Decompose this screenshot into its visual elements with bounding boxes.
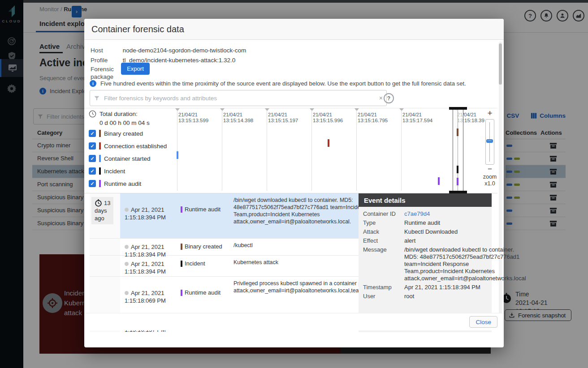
event-type-marker bbox=[181, 290, 182, 296]
event-date: Apr 21, 2021 bbox=[131, 261, 164, 267]
ago-unit: days bbox=[95, 207, 107, 214]
timeline-event-marker[interactable] bbox=[177, 151, 178, 159]
tick-time: 13:15:15.197 bbox=[268, 118, 298, 123]
info-icon: i bbox=[90, 80, 96, 87]
timeline-event-marker[interactable] bbox=[457, 128, 458, 136]
event-datetime-cell: Apr 21, 2021 1:15:18:394 PM bbox=[120, 256, 181, 276]
detail-row: Timestamp Apr 21, 2021 1:15:18:394 PM bbox=[363, 284, 487, 291]
zoom-in-button[interactable]: + bbox=[482, 109, 497, 117]
tick-triangle-icon bbox=[265, 108, 269, 111]
legend-item: ✓ Runtime audit bbox=[89, 180, 169, 187]
event-type-cell: Runtime audit bbox=[181, 193, 231, 238]
checkbox-checked[interactable]: ✓ bbox=[89, 180, 96, 187]
ago-number: 13 bbox=[104, 199, 110, 207]
timeline-event-marker[interactable] bbox=[328, 139, 329, 147]
scrollbar-thumb[interactable] bbox=[499, 43, 502, 85]
tick-date: 21/04/21 bbox=[178, 112, 198, 117]
modal-info-text: Five hundred events within the time prox… bbox=[100, 80, 466, 87]
filter-help-icon[interactable]: ? bbox=[384, 93, 394, 103]
event-datetime-cell: Apr 21, 2021 1:15:18:069 PM bbox=[120, 277, 181, 313]
event-dot-icon bbox=[125, 262, 129, 266]
checkbox-checked[interactable]: ✓ bbox=[89, 167, 96, 175]
duration-clock-icon bbox=[89, 110, 96, 118]
tick-date: 21/04/21 bbox=[268, 112, 287, 117]
zoom-slider-handle[interactable]: ••• bbox=[486, 139, 493, 143]
legend-item: ✓ Container started bbox=[89, 155, 169, 162]
tick-time: 13:15:16.795 bbox=[358, 118, 388, 123]
event-type-marker bbox=[181, 244, 182, 250]
container-forensic-modal: Container forensic data Host node-demo21… bbox=[84, 19, 504, 347]
brush-handle-top[interactable] bbox=[449, 107, 467, 110]
event-age-cell bbox=[90, 239, 120, 255]
event-type-marker bbox=[99, 142, 101, 150]
tick-gridline bbox=[311, 110, 312, 191]
timeline-event-marker[interactable] bbox=[457, 178, 458, 185]
tick-time: 13:15:17.594 bbox=[402, 118, 432, 123]
host-row: Host node-demo2104-sgordon-demo-twistloc… bbox=[91, 47, 246, 54]
modal-footer: Close bbox=[84, 313, 504, 330]
legend-label: Binary created bbox=[104, 130, 143, 137]
tick-date: 21/04/21 bbox=[313, 112, 332, 117]
zoom-slider[interactable]: ••• bbox=[485, 119, 494, 165]
timeline-selection-brush[interactable] bbox=[453, 109, 463, 191]
profile-row: Profile tl_demo/incident-kubernetes-atta… bbox=[91, 57, 235, 64]
close-button[interactable]: Close bbox=[469, 316, 497, 328]
event-time: 1:15:18:394 PM bbox=[125, 214, 166, 221]
forensics-timeline: Total duration: 0 d 00 h 00 m 04 s ✓ Bin… bbox=[84, 108, 497, 193]
package-row: Forensic package bbox=[91, 65, 121, 81]
app-root: CLOUD bbox=[0, 0, 588, 368]
tick-date: 21/04/21 bbox=[223, 112, 242, 117]
detail-row: Attack Kubectl Downloaded bbox=[363, 228, 487, 235]
tick-triangle-icon bbox=[399, 108, 404, 111]
export-button[interactable]: Export bbox=[121, 63, 150, 75]
checkbox-checked[interactable]: ✓ bbox=[89, 142, 96, 150]
modal-scrollbar[interactable] bbox=[499, 42, 502, 328]
tick-time: 13:15:15.996 bbox=[313, 118, 343, 123]
detail-row: Effect alert bbox=[363, 237, 487, 244]
zoom-out-button[interactable]: − bbox=[482, 167, 497, 172]
forensics-filter[interactable]: × bbox=[90, 90, 387, 106]
event-type-marker bbox=[99, 167, 101, 175]
detail-label: Type bbox=[363, 219, 404, 227]
legend-label: Runtime audit bbox=[104, 180, 141, 187]
event-type-cell: Incident bbox=[181, 256, 231, 276]
detail-value: root bbox=[404, 293, 487, 300]
tick-date: 21/04/21 bbox=[402, 112, 422, 117]
detail-label: User bbox=[363, 293, 404, 300]
forensics-filter-input[interactable] bbox=[103, 94, 376, 102]
event-dot-icon bbox=[125, 291, 129, 295]
event-type-label: Runtime audit bbox=[185, 289, 220, 296]
event-age-cell: 13 days ago bbox=[90, 193, 120, 238]
legend-label: Connection established bbox=[104, 143, 167, 150]
profile-label: Profile bbox=[91, 57, 121, 64]
checkbox-checked[interactable]: ✓ bbox=[89, 155, 96, 162]
modal-info-line: i Five hundred events within the time pr… bbox=[90, 80, 466, 87]
timeline-event-marker[interactable] bbox=[457, 166, 458, 173]
tick-date: 21/04/21 bbox=[358, 112, 377, 117]
detail-label: Attack bbox=[363, 228, 404, 235]
detail-value: Apr 21, 2021 1:15:18:394 PM bbox=[404, 284, 487, 291]
modal-body: Host node-demo2104-sgordon-demo-twistloc… bbox=[84, 40, 504, 330]
total-duration-label: Total duration: bbox=[99, 111, 138, 117]
event-type-marker bbox=[181, 206, 182, 213]
detail-label: Container ID bbox=[363, 210, 404, 218]
event-date: Apr 21, 2021 bbox=[131, 244, 164, 250]
event-type-marker bbox=[99, 155, 101, 162]
legend-label: Container started bbox=[104, 155, 151, 162]
event-datetime-cell: Apr 21, 2021 1:15:18:394 PM bbox=[120, 239, 181, 255]
event-details-panel: Event details Container ID c7ae79d4 Type… bbox=[359, 193, 492, 332]
detail-label: Timestamp bbox=[363, 284, 404, 291]
event-time: 1:15:18:069 PM bbox=[125, 297, 166, 304]
event-type-cell: Runtime audit bbox=[181, 277, 231, 313]
timeline-event-marker[interactable] bbox=[438, 177, 440, 185]
event-datetime-cell: Apr 21, 2021 1:15:18:394 PM bbox=[120, 193, 181, 238]
timeline-grid[interactable]: 21/04/21 13:15:13.599 21/04/21 13:15:14.… bbox=[170, 108, 477, 192]
event-type-label: Incident bbox=[185, 260, 205, 267]
detail-row: Container ID c7ae79d4 bbox=[363, 210, 487, 218]
event-details-fields: Container ID c7ae79d4 Type Runtime audit… bbox=[359, 207, 492, 305]
tick-gridline bbox=[267, 110, 267, 191]
checkbox-checked[interactable]: ✓ bbox=[89, 130, 96, 137]
clear-filter-icon[interactable]: × bbox=[379, 94, 383, 102]
detail-label: Message bbox=[363, 246, 404, 282]
total-duration-row: Total duration: bbox=[89, 110, 169, 118]
